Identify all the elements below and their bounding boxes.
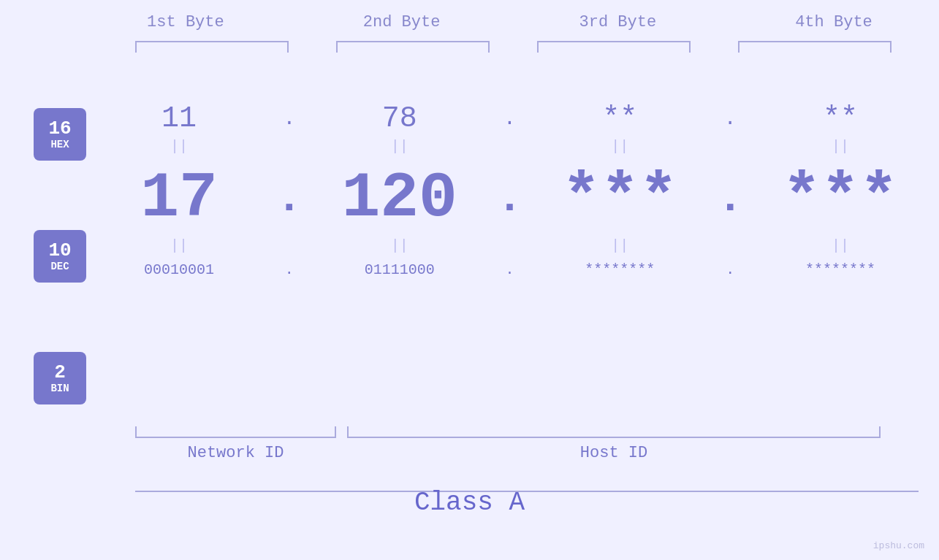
sep1-b3: || xyxy=(543,138,696,155)
dec-badge-label: DEC xyxy=(50,261,69,272)
bin-row: 00010001 . 01111000 . ******** . *******… xyxy=(102,261,917,278)
hex-badge-number: 16 xyxy=(48,118,71,139)
dec-badge-number: 10 xyxy=(48,240,71,261)
main-layout: 1st Byte 2nd Byte 3rd Byte 4th Byte 16 H… xyxy=(0,0,939,560)
sep1-b1: || xyxy=(102,138,256,155)
dec-b1: 17 xyxy=(102,162,256,234)
dec-dot2: . xyxy=(491,174,528,223)
hex-dot1: . xyxy=(271,107,308,130)
sep2-b2: || xyxy=(323,237,476,254)
watermark: ipshu.com xyxy=(873,540,924,551)
sep1-dot1: ‌ xyxy=(271,138,308,155)
bottom-labels: Network ID Host ID xyxy=(135,444,919,462)
bracket-byte2 xyxy=(336,41,490,53)
host-id-label: Host ID xyxy=(347,444,881,462)
bracket-byte4 xyxy=(738,41,892,53)
dec-dot1: . xyxy=(271,174,308,223)
bin-badge-number: 2 xyxy=(54,362,66,383)
dec-b4: *** xyxy=(764,162,917,234)
class-a-label: Class A xyxy=(0,488,939,518)
dec-dot3: . xyxy=(712,174,748,223)
sep2-dot3: ‌ xyxy=(712,237,748,254)
bin-badge-label: BIN xyxy=(50,383,69,394)
hex-badge: 16 HEX xyxy=(34,108,86,161)
sep2-dot2: ‌ xyxy=(491,237,528,254)
sep1-dot2: ‌ xyxy=(491,138,528,155)
bin-b1: 00010001 xyxy=(102,261,256,278)
sep1-b4: || xyxy=(764,138,917,155)
network-id-label: Network ID xyxy=(135,444,336,462)
hex-b3: ** xyxy=(543,102,696,135)
bottom-brackets xyxy=(135,426,919,438)
bin-b3: ******** xyxy=(543,261,696,278)
byte2-header: 2nd Byte xyxy=(325,13,479,31)
bracket-byte3 xyxy=(537,41,691,53)
bin-dot3: . xyxy=(712,261,748,278)
sep2-b3: || xyxy=(543,237,696,254)
byte-headers: 1st Byte 2nd Byte 3rd Byte 4th Byte xyxy=(102,13,917,31)
badges-column: 16 HEX 10 DEC 2 BIN xyxy=(34,108,86,404)
hex-dot3: . xyxy=(712,107,748,130)
hex-b2: 78 xyxy=(323,102,476,135)
sep2-b4: || xyxy=(764,237,917,254)
byte3-header: 3rd Byte xyxy=(541,13,694,31)
dec-b2: 120 xyxy=(323,162,476,234)
hex-badge-label: HEX xyxy=(50,139,69,150)
data-rows-area: 11 . 78 . ** . ** || ‌ || ‌ || ‌ || 17 .… xyxy=(102,95,917,278)
hex-row: 11 . 78 . ** . ** xyxy=(102,102,917,135)
bin-b2: 01111000 xyxy=(323,261,476,278)
bin-dot1: . xyxy=(271,261,308,278)
host-id-bracket xyxy=(347,426,881,438)
sep1-b2: || xyxy=(323,138,476,155)
sep-row-2: || ‌ || ‌ || ‌ || xyxy=(102,237,917,254)
hex-b1: 11 xyxy=(102,102,256,135)
dec-row: 17 . 120 . *** . *** xyxy=(102,162,917,234)
sep2-dot1: ‌ xyxy=(271,237,308,254)
byte1-header: 1st Byte xyxy=(109,13,262,31)
bin-b4: ******** xyxy=(764,261,917,278)
network-id-bracket xyxy=(135,426,336,438)
bin-badge: 2 BIN xyxy=(34,352,86,404)
dec-badge: 10 DEC xyxy=(34,230,86,283)
sep2-b1: || xyxy=(102,237,256,254)
hex-dot2: . xyxy=(491,107,528,130)
top-brackets xyxy=(135,41,919,53)
byte4-header: 4th Byte xyxy=(757,13,911,31)
bracket-byte1 xyxy=(135,41,289,53)
bin-dot2: . xyxy=(491,261,528,278)
sep1-dot3: ‌ xyxy=(712,138,748,155)
sep-row-1: || ‌ || ‌ || ‌ || xyxy=(102,138,917,155)
dec-b3: *** xyxy=(543,162,696,234)
hex-b4: ** xyxy=(764,102,917,135)
